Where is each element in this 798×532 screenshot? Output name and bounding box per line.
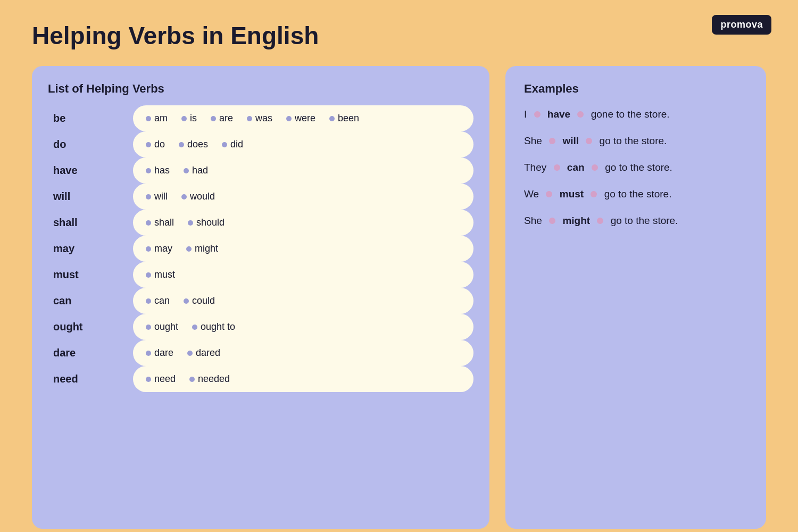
example-dot-left: [546, 191, 552, 197]
example-before: They: [524, 162, 546, 173]
bullet-dot: [181, 116, 187, 121]
verb-form-word: dared: [196, 347, 220, 359]
verb-label: may: [48, 243, 133, 255]
verb-form-word: was: [255, 113, 272, 124]
verb-row: needneedneeded: [48, 366, 473, 392]
example-verb: must: [560, 188, 584, 200]
verb-form-word: need: [154, 373, 176, 385]
example-after: go to the store.: [605, 162, 672, 173]
example-after: gone to the store.: [591, 109, 670, 120]
verb-forms: maymight: [133, 236, 473, 262]
bullet-dot: [184, 168, 189, 173]
bullet-dot: [247, 116, 252, 121]
example-dot-right: [577, 111, 584, 118]
bullet-dot: [146, 246, 151, 252]
verb-forms: cancould: [133, 288, 473, 314]
examples-container: I have gone to the store.She will go to …: [524, 109, 747, 242]
verb-label: can: [48, 295, 133, 307]
verb-label: ought: [48, 321, 133, 333]
verb-row: oughtoughtought to: [48, 314, 473, 340]
example-sentence: I have gone to the store.: [524, 109, 747, 120]
bullet-dot: [181, 194, 187, 200]
example-sentence: She will go to the store.: [524, 135, 747, 147]
verb-form-word: is: [190, 113, 197, 124]
example-after: go to the store.: [611, 215, 678, 227]
verb-form-word: must: [154, 269, 175, 280]
verb-form-word: will: [154, 191, 168, 202]
verb-row: shallshallshould: [48, 210, 473, 236]
verb-row: beamisarewaswerebeen: [48, 105, 473, 131]
verb-form-word: needed: [198, 373, 230, 385]
verb-form-word: would: [190, 191, 215, 202]
example-before: She: [524, 215, 542, 227]
bullet-dot: [187, 351, 193, 356]
bullet-dot: [188, 220, 193, 226]
verb-label: do: [48, 138, 133, 151]
verb-forms: willwould: [133, 184, 473, 210]
example-dot-right: [597, 218, 603, 224]
bullet-dot: [211, 116, 216, 121]
page-title: Helping Verbs in English: [0, 0, 798, 66]
bullet-dot: [146, 142, 151, 147]
bullet-dot: [192, 325, 197, 330]
bullet-dot: [146, 194, 151, 200]
example-sentence: They can go to the store.: [524, 162, 747, 173]
verb-rows-container: beamisarewaswerebeendododoesdidhavehasha…: [48, 105, 473, 392]
bullet-dot: [146, 116, 151, 121]
verb-form-word: dare: [154, 347, 173, 359]
verb-row: daredaredared: [48, 340, 473, 366]
verb-form-word: were: [295, 113, 315, 124]
example-dot-left: [534, 111, 541, 118]
example-before: She: [524, 135, 542, 147]
example-dot-right: [592, 164, 598, 171]
example-dot-left: [549, 218, 555, 224]
verb-label: shall: [48, 217, 133, 229]
bullet-dot: [146, 272, 151, 278]
verb-form-word: can: [154, 295, 170, 306]
bullet-dot: [179, 142, 184, 147]
verb-row: dododoesdid: [48, 131, 473, 157]
bullet-dot: [222, 142, 227, 147]
verb-forms: shallshould: [133, 210, 473, 236]
left-panel: List of Helping Verbs beamisarewaswerebe…: [32, 66, 489, 529]
verb-row: cancancould: [48, 288, 473, 314]
bullet-dot: [146, 377, 151, 382]
verb-form-word: do: [154, 139, 165, 150]
example-verb: can: [567, 162, 585, 173]
bullet-dot: [329, 116, 335, 121]
example-after: go to the store.: [604, 188, 672, 200]
example-verb: will: [562, 135, 579, 147]
main-content: List of Helping Verbs beamisarewaswerebe…: [0, 66, 798, 529]
verb-label: have: [48, 164, 133, 177]
verb-forms: must: [133, 262, 473, 288]
right-panel: Examples I have gone to the store.She wi…: [505, 66, 766, 529]
verb-label: will: [48, 190, 133, 203]
verb-form-word: may: [154, 243, 172, 254]
verb-form-word: might: [195, 243, 218, 254]
example-sentence: We must go to the store.: [524, 188, 747, 200]
promova-logo: promova: [712, 15, 771, 35]
verb-row: maymaymight: [48, 236, 473, 262]
example-sentence: She might go to the store.: [524, 215, 747, 227]
verb-form-word: are: [219, 113, 233, 124]
verb-form-word: has: [154, 165, 170, 176]
bullet-dot: [186, 246, 192, 252]
verb-label: be: [48, 112, 133, 124]
verb-form-word: does: [187, 139, 208, 150]
verb-label: dare: [48, 347, 133, 359]
verb-forms: dodoesdid: [133, 131, 473, 157]
verb-form-word: ought: [154, 321, 178, 332]
left-panel-title: List of Helping Verbs: [48, 82, 473, 96]
example-dot-right: [586, 138, 592, 144]
verb-row: willwillwould: [48, 184, 473, 210]
bullet-dot: [189, 377, 195, 382]
verb-form-word: should: [196, 217, 225, 228]
bullet-dot: [184, 298, 189, 304]
verb-forms: daredared: [133, 340, 473, 366]
bullet-dot: [146, 220, 151, 226]
verb-form-word: had: [192, 165, 208, 176]
example-before: I: [524, 109, 527, 120]
verb-form-word: did: [230, 139, 243, 150]
verb-forms: oughtought to: [133, 314, 473, 340]
verb-row: mustmust: [48, 262, 473, 288]
